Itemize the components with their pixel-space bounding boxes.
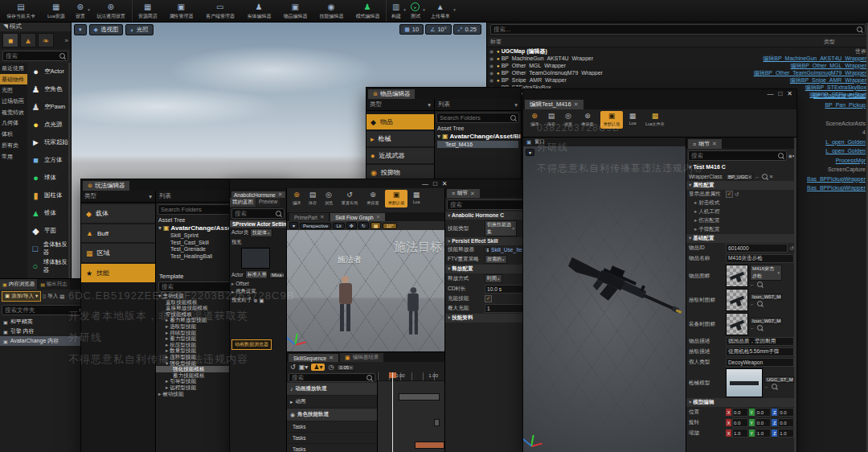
placeable-item[interactable]: ● 空Actor [27,63,71,80]
visibility-eye-icon[interactable]: ◉ [489,55,497,61]
angle-snap-toggle[interactable]: 10° [383,223,396,229]
actor-type-link[interactable]: Bas_BPPickupWrapper [807,176,866,186]
max-charge-field[interactable]: 1 [485,304,523,313]
equip-icon-thumbnail[interactable] [726,313,748,335]
playhead-line[interactable] [392,372,393,452]
asset-tree-root[interactable]: ▾▣AvatarChange/Asset/Blue [435,132,521,141]
weapon-viewport[interactable]: ▾ [523,146,686,452]
actor-type-link[interactable]: L_open_Golden [825,139,866,149]
folder-item[interactable]: ▣ AvatarChange 内容 [0,336,90,346]
preview-thumbnail[interactable] [241,248,270,269]
graph-tab[interactable]: PrimePart✕ [289,213,329,221]
item-category[interactable]: ● 近战武器 [366,148,434,163]
toolbar-button[interactable]: ♟ 模式编辑器 [350,0,386,22]
toolbar-button[interactable]: ◎ 浏览 [562,111,575,129]
back-arrow-icon[interactable]: ← [755,174,760,179]
details-scrollbar[interactable] [794,138,796,452]
actor-type-link[interactable]: ProcessMgr [836,158,866,167]
tab-content-browser[interactable]: ▣内容浏览器 [0,279,37,290]
toolbar-button[interactable]: ▤ 保存 [306,190,319,208]
pick-icon-thumbnail[interactable] [726,289,748,311]
outliner-search-input[interactable] [493,26,855,33]
browse-icon[interactable] [757,281,763,287]
actor-type-link[interactable]: BP_Pan_Pickup [825,102,866,112]
dropdown-caret-icon[interactable]: ▾ [453,7,456,12]
m416-window-titlebar[interactable]: — □ ✕ [523,89,796,98]
chevron-icon[interactable]: ▾ [514,101,518,109]
modes-scrollbar[interactable] [68,63,71,278]
back-arrow-icon[interactable]: ← [764,384,769,389]
perspective-button[interactable]: Perspective [300,223,331,229]
close-icon[interactable]: ✕ [470,191,475,197]
toolbar-button[interactable]: ⊛ 类设置 [579,111,596,129]
scale-x-field[interactable]: 1.0 [732,429,748,438]
toolbar-button[interactable]: ▦ Lua [627,111,638,126]
foliage-mode-button[interactable]: ❧ [38,33,54,47]
close-icon[interactable]: ✕ [574,101,579,108]
rot-x-field[interactable]: 0.0 [732,418,748,427]
gun-model-thumbnail[interactable] [726,368,763,397]
actor-class-dropdown[interactable]: 技能体 [250,228,272,237]
item-category[interactable]: ▸ 枪械 [366,131,434,146]
back-arrow-icon[interactable]: ← [750,326,755,331]
task-clip-bar[interactable] [434,419,440,426]
gameplay-editor-tab[interactable]: ⊛玩法编辑器 [83,181,129,191]
gun-model-dropdown[interactable]: UGC_ST_M4 [764,376,794,383]
browse-icon[interactable] [757,301,763,306]
viewport-options-button[interactable]: ▾ [74,24,87,35]
grid-snap-toggle[interactable]: ▦ [371,222,382,229]
caster-character[interactable] [339,276,352,331]
actor-type-link[interactable]: L_open_Golden [825,148,866,158]
close-icon[interactable]: ✕ [329,355,334,361]
translate-tool-button[interactable]: ✥ [346,222,357,229]
item-search-input[interactable] [440,114,509,121]
toolbar-button[interactable]: ▦ Lua文件夹 [642,111,668,129]
camera-icon[interactable]: ▣▾ [299,364,309,371]
details-tab[interactable]: ≡细节✕ [447,189,480,198]
item-icon-thumbnail[interactable] [726,265,748,287]
placeable-item[interactable]: ♟ 空Pawn [27,98,71,116]
rotate-tool-button[interactable]: ↻ [358,222,369,229]
placeable-item[interactable]: ♟ 空角色 [27,80,71,98]
toolbar-button[interactable]: ▦ 资源商店 [132,0,163,22]
viewport-options-button[interactable]: ▾ [526,149,534,156]
placeable-item[interactable]: ■ 立方体 [27,151,71,169]
mode-category[interactable]: 视觉特效 [0,107,27,118]
m416-tab[interactable]: 编辑Test_M416✕ [525,100,583,109]
placeable-item[interactable]: ● 球体 [27,169,71,187]
details-search-input[interactable] [450,201,528,208]
skill-window-titlebar[interactable]: — □ ✕ [230,179,526,188]
section-persist-effect[interactable]: Persist Effect Skill [445,237,526,245]
pos-x-field[interactable]: 0.0 [732,408,748,417]
expand-arrow-icon[interactable]: ▾ [158,224,162,232]
blueprint-search-input[interactable] [235,210,274,217]
toolbar-button[interactable]: ▦ Lua [411,190,422,205]
equip-icon-dropdown[interactable]: Icon_W07_M4 [750,318,782,324]
collapsed-group-row[interactable]: 伤害配置 [686,216,796,225]
reset-icon[interactable]: ↺ [735,191,739,198]
clear-icon[interactable]: ✕ [769,174,774,180]
placeable-item[interactable]: ▲ 锥体 [27,204,71,222]
releaser-ref[interactable]: Skill_Use_Item [491,247,526,253]
rot-y-field[interactable]: 0.0 [755,418,772,427]
save-all-button[interactable]: ▤ [59,294,64,300]
ftv-dropdown[interactable]: 按需的 [485,255,507,264]
actor-dropdown-2[interactable]: Mixa [269,272,285,278]
close-icon[interactable]: ✕ [376,214,380,220]
close-button[interactable]: ✕ [787,90,792,97]
toolbar-button[interactable]: ◎ 浏览 [322,190,335,208]
toolbar-button[interactable]: ▸ 测试 ▾ [406,0,425,22]
section-model-edit[interactable]: 模型编辑 [686,398,796,407]
toolbar-button[interactable]: ▲ 上传菜单 ▾ [425,0,456,22]
mode-category[interactable]: 常用 [0,151,27,162]
toolbar-button[interactable]: ♟ 实体编辑器 [241,0,277,22]
browse-icon[interactable] [772,384,777,389]
anabolic-hormone-tab[interactable]: AnabolicHormone✕ [231,191,285,198]
close-icon[interactable]: ✕ [278,191,283,198]
toolbar-button[interactable]: ▣ 属性管理器 [163,0,199,22]
section-base-config[interactable]: 基础配置 [686,234,796,243]
close-icon[interactable]: ✕ [320,214,324,220]
visibility-eye-icon[interactable]: ◉ [489,70,497,76]
placeable-item[interactable]: ► 玩家起始 [27,134,71,151]
mode-category[interactable]: 基础物件 [0,74,27,85]
